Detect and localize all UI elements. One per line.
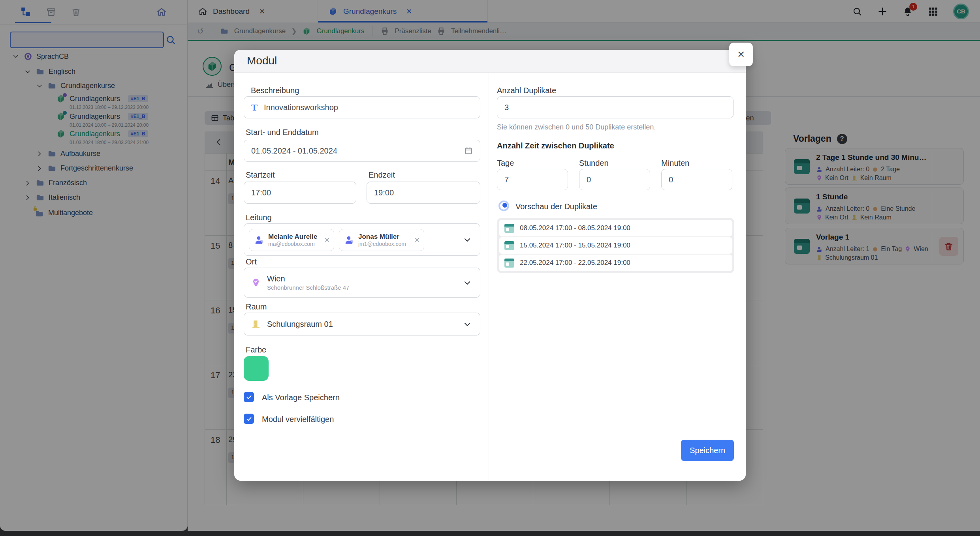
startzeit-input[interactable] <box>251 188 356 197</box>
datum-label: Start- und Enddatum <box>246 128 319 137</box>
vorschau-label: Vorschau der Duplikate <box>515 202 597 211</box>
ort-name: Wien <box>267 274 349 283</box>
check-icon <box>246 416 252 422</box>
tage-field <box>497 169 568 190</box>
datum-input[interactable] <box>251 146 458 156</box>
color-swatch[interactable] <box>244 356 269 381</box>
person-icon <box>344 235 354 245</box>
remove-chip-icon[interactable]: ✕ <box>324 236 330 244</box>
leitung-label: Leitung <box>246 213 272 222</box>
person-email: jm1@edoobox.com <box>358 241 406 247</box>
person-name: Jonas Müller <box>358 233 406 241</box>
duplikate-hint: Sie können zwischen 0 und 50 Duplikate e… <box>497 123 656 131</box>
calendar-icon[interactable] <box>464 146 473 155</box>
ort-address: Schönbrunner Schloßstraße 47 <box>267 284 349 291</box>
door-icon <box>251 319 261 329</box>
remove-chip-icon[interactable]: ✕ <box>414 236 420 244</box>
duplikat-range: 22.05.2024 17:00 - 22.05.2024 19:00 <box>520 259 630 267</box>
person-email: ma@edoobox.com <box>268 241 317 247</box>
chevron-down-icon[interactable] <box>463 320 472 329</box>
chevron-down-icon[interactable] <box>463 235 472 245</box>
duplikate-input[interactable] <box>504 103 726 112</box>
tage-label: Tage <box>497 159 514 168</box>
endzeit-field <box>367 182 480 204</box>
modul-dialog: Modul ✕ Beschreibung T Start- und Enddat… <box>234 50 746 481</box>
datum-field <box>244 140 480 162</box>
dialog-title: Modul <box>247 54 277 67</box>
person-icon <box>254 235 264 245</box>
person-name: Melanie Aurelie <box>268 233 317 241</box>
duplikat-row[interactable]: 22.05.2024 17:00 - 22.05.2024 19:00 <box>499 255 732 271</box>
calendar-icon <box>504 241 514 250</box>
raum-value: Schulungsraum 01 <box>267 320 333 329</box>
save-button[interactable]: Speichern <box>681 440 734 461</box>
leitung-select[interactable]: Melanie Aurelie ma@edoobox.com ✕ Jonas M… <box>244 223 480 256</box>
beschreibung-field: T <box>244 96 480 118</box>
ort-select[interactable]: Wien Schönbrunner Schloßstraße 47 <box>244 268 480 298</box>
duplikat-range: 15.05.2024 17:00 - 15.05.2024 19:00 <box>520 242 630 249</box>
duplikat-range: 08.05.2024 17:00 - 08.05.2024 19:00 <box>520 224 630 232</box>
app-root: Dashboard ✕ Grundlagenkurs ✕ 1 CB ↺ Grun… <box>0 0 980 536</box>
farbe-label: Farbe <box>246 345 266 354</box>
chevron-down-icon[interactable] <box>463 278 472 288</box>
vervielfaeltigen-checkbox[interactable] <box>244 414 254 424</box>
vervielfaeltigen-checkbox-label: Modul vervielfältigen <box>262 415 334 424</box>
duplikate-field <box>497 96 734 118</box>
dialog-header: Modul <box>234 50 746 73</box>
raum-select[interactable]: Schulungsraum 01 <box>244 313 480 335</box>
duplikat-row[interactable]: 15.05.2024 17:00 - 15.05.2024 19:00 <box>499 237 732 254</box>
beschreibung-input[interactable] <box>264 103 473 112</box>
text-type-icon: T <box>251 102 258 113</box>
minuten-field <box>661 169 732 190</box>
endzeit-label: Endzeit <box>369 171 395 180</box>
leitung-chip: Jonas Müller jm1@edoobox.com ✕ <box>339 229 424 251</box>
zeit-label: Anzahl Zeit zwischen Duplikate <box>497 141 614 150</box>
leitung-chip: Melanie Aurelie ma@edoobox.com ✕ <box>249 229 334 251</box>
pin-icon <box>251 278 261 287</box>
check-icon <box>246 394 252 401</box>
stunden-field <box>579 169 650 190</box>
startzeit-label: Startzeit <box>246 171 275 180</box>
close-dialog-button[interactable]: ✕ <box>729 43 753 66</box>
duplikat-row[interactable]: 08.05.2024 17:00 - 08.05.2024 19:00 <box>499 220 732 236</box>
stunden-label: Stunden <box>579 159 609 168</box>
ort-label: Ort <box>246 257 257 266</box>
endzeit-input[interactable] <box>374 188 479 197</box>
minuten-label: Minuten <box>661 159 689 168</box>
startzeit-field <box>244 182 356 204</box>
calendar-icon <box>504 259 514 268</box>
divider <box>489 73 489 481</box>
vorschau-toggle-icon[interactable] <box>498 201 509 211</box>
calendar-icon <box>504 224 514 233</box>
vorlage-checkbox[interactable] <box>244 392 254 402</box>
beschreibung-label: Beschreibung <box>251 86 299 95</box>
vorlage-checkbox-label: Als Vorlage Speichern <box>262 393 340 402</box>
minuten-input[interactable] <box>669 175 773 184</box>
duplikate-preview-list: 08.05.2024 17:00 - 08.05.2024 19:00 15.0… <box>497 218 734 273</box>
raum-label: Raum <box>246 302 267 311</box>
duplikate-label: Anzahl Duplikate <box>497 86 556 95</box>
